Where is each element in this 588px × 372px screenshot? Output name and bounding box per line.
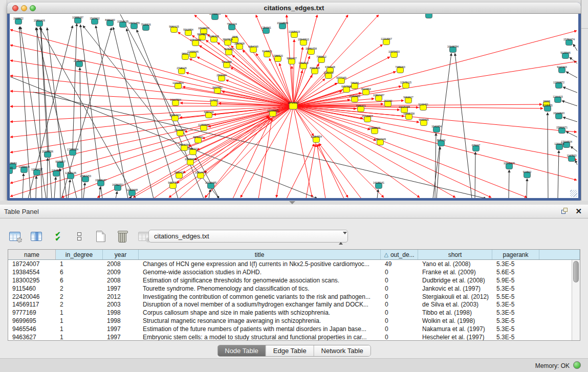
desktop-left-strip [0,0,7,205]
graph-node-label: 12213500 [172,81,184,84]
table-options-icon[interactable] [7,229,23,244]
graph-node-label: 7515526 [141,23,151,26]
column-header-pagerank[interactable]: pagerank [492,250,539,259]
table-tabs-row: Node TableEdge TableNetwork Table [0,344,588,358]
table-cell: 49 [381,260,418,268]
network-canvas[interactable]: 1872400796601255912954182260589827509165… [10,14,578,198]
table-row[interactable]: 1456911722003Disruption of a novel membe… [8,300,572,309]
graph-node-label: 1362615 [298,61,309,64]
column-header-label: short [448,251,462,258]
graph-node-label: 15958 [543,100,550,103]
table-cell: 1998 [103,309,139,316]
column-header-name[interactable]: name [8,250,56,259]
tab-edge-table[interactable]: Edge Table [266,345,314,356]
scrollbar-thumb[interactable] [573,261,579,282]
table-cell: Structural magnetic resonance image aver… [139,317,381,324]
graph-node-label: 162160 [384,99,393,102]
table-cell: 2012 [103,293,139,300]
column-header-in-degree[interactable]: in_degree [56,250,103,259]
graph-node-label: 10025488 [399,105,410,108]
float-panel-icon[interactable] [561,208,569,215]
table-cell: 6 [56,277,103,284]
graph-node-label: 4498222 [188,147,198,150]
graph-node-label: 14136141 [373,181,384,184]
red-edge [10,76,293,106]
table-cell: Embryonic stem cells: a model to study s… [139,334,381,340]
table-cell: 2009 [103,269,139,276]
row-height-icon[interactable] [72,229,87,244]
resize-grip[interactable] [570,190,577,197]
column-header-year[interactable]: year [103,250,139,259]
red-edge [177,106,293,183]
graph-node-label: 9777169 [336,76,346,79]
table-row[interactable]: 969969511998Structural magnetic resonanc… [8,317,572,325]
table-cell: Franke et al. (2009) [418,269,492,276]
table-cell: 1 [56,325,103,333]
table-row[interactable]: 977716911998Corpus callosum shape and si… [8,309,572,317]
column-visibility-icon[interactable] [29,229,44,244]
tab-network-table[interactable]: Network Table [314,345,371,356]
table-selector-dropdown[interactable]: citations_edges.txt [148,230,348,243]
table-cell: 9777169 [8,309,56,316]
graph-node-label: 12505135 [65,171,76,174]
table-row[interactable]: 946554611997Estimation of the future num… [8,325,572,333]
window-titlebar[interactable]: citations_edges.txt [7,3,581,14]
table-cell: Nakamura et al. (1997) [418,325,492,333]
black-edge [571,146,577,151]
memory-status-indicator[interactable] [573,361,581,369]
graph-node-label: 15495758 [403,112,415,115]
graph-node-label: 8878332 [193,136,203,139]
table-cell: de Silva et al. (2003) [418,301,492,308]
graph-node-label: 16543392 [190,38,201,41]
graph-node-label: 18226058 [198,27,209,30]
graph-node-label: 1921072 [323,71,334,74]
column-header-title[interactable]: title [139,250,381,259]
table-cell: 2003 [103,301,139,308]
graph-node-label: 9129946 [560,51,571,54]
table-cell: 18724007 [8,260,56,268]
red-edge [293,45,383,106]
table-cell: Wolkin et al. (1998) [418,317,492,324]
graph-node-label: 22420046 [187,50,199,53]
table-cell: 1998 [103,317,139,324]
black-edge [527,179,527,198]
graph-node-label: 867919 [437,139,446,142]
graph-node-label: 1167533 [567,154,576,157]
black-edge [455,53,472,198]
graph-node-label: 1527602 [90,17,100,20]
delete-row-icon[interactable] [115,229,130,244]
table-body: 1872400712008Changes of HCN gene express… [8,260,572,340]
column-header-out-de-[interactable]: △out_de... [381,250,418,259]
black-edge [83,183,85,198]
vertical-scrollbar[interactable] [572,260,580,340]
citation-network-graph[interactable]: 1872400796601255912954182260589827509165… [10,14,578,198]
tab-node-table[interactable]: Node Table [217,345,266,356]
black-edge [566,132,577,137]
black-edge [47,158,48,198]
panel-splitter[interactable] [0,201,588,205]
table-row[interactable]: 2242004622012Investigating the contribut… [8,293,572,301]
table-row[interactable]: 911546021997Tourette syndrome. Phenomeno… [8,285,572,293]
graph-node[interactable] [426,14,432,18]
graph-node-label: 9463627 [403,96,413,99]
column-header-short[interactable]: short [418,250,492,259]
splitter-handle-icon[interactable] [289,201,295,204]
select-all-columns-icon[interactable]: ✔✔ [50,229,66,244]
table-row[interactable]: 1830029562008Estimation of significance … [8,276,572,285]
black-edge [575,160,577,165]
black-edge [566,72,577,78]
close-panel-icon[interactable]: ✕ [575,207,582,216]
graph-node-label: 20891406 [34,19,45,22]
column-header-label: pagerank [503,251,528,258]
graph-node-label: 39119 [10,166,13,169]
graph-node-label: 6497568 [341,85,352,88]
graph-node-label: 10973493 [388,50,400,53]
table-row[interactable]: 1938455462009Genome-wide association stu… [8,268,572,276]
graph-node-label: 1244415 [553,95,563,98]
graph-node-label: 13325419 [289,30,300,33]
red-edge [276,106,293,198]
graph-node-label: 21053346 [74,59,85,62]
table-row[interactable]: 1872400712008Changes of HCN gene express… [8,260,572,268]
new-table-icon[interactable] [93,229,108,244]
table-row[interactable]: 946362711997Embryonic stem cells: a mode… [8,333,572,340]
